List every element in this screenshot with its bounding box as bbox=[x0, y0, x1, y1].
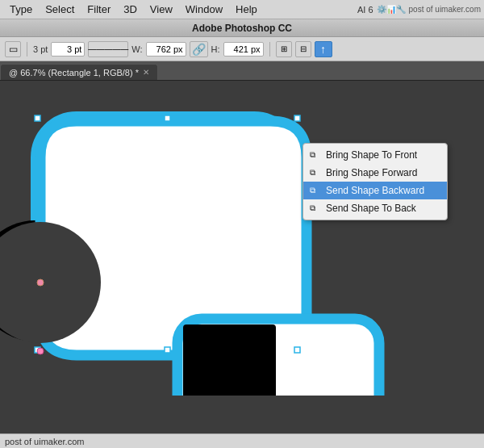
link-btn[interactable]: 🔗 bbox=[190, 41, 208, 57]
svg-rect-10 bbox=[294, 115, 300, 121]
separator-2 bbox=[269, 42, 270, 57]
dropdown-item-send-back[interactable]: ⧉ Send Shape To Back bbox=[303, 199, 447, 217]
width-label: W: bbox=[131, 44, 142, 54]
stroke-label: 3 pt bbox=[33, 44, 48, 54]
align-btn-2[interactable]: ⊟ bbox=[295, 41, 311, 57]
dropdown-item-bring-front[interactable]: ⧉ Bring Shape To Front bbox=[303, 146, 447, 164]
statusbar: post of uimaker.com bbox=[0, 433, 484, 448]
menu-help[interactable]: Help bbox=[229, 2, 264, 17]
bring-forward-icon: ⧉ bbox=[310, 168, 315, 178]
menu-3d[interactable]: 3D bbox=[117, 2, 144, 17]
svg-point-6 bbox=[37, 279, 44, 286]
canvas-svg bbox=[0, 81, 484, 396]
ai-version: AI 6 bbox=[357, 5, 373, 15]
svg-rect-12 bbox=[294, 347, 300, 353]
menubar: Type Select Filter 3D View Window Help A… bbox=[0, 0, 484, 19]
tab-close-icon[interactable]: ✕ bbox=[143, 68, 149, 77]
document-tab[interactable]: @ 66.7% (Rectangle 1, RGB/8) * ✕ bbox=[0, 64, 158, 80]
svg-rect-8 bbox=[183, 324, 276, 396]
dropdown-item-send-backward[interactable]: ⧉ Send Shape Backward bbox=[303, 182, 447, 199]
tool-icon: ▭ bbox=[5, 41, 21, 57]
dropdown-item-bring-forward[interactable]: ⧉ Bring Shape Forward bbox=[303, 164, 447, 182]
menu-select[interactable]: Select bbox=[39, 2, 81, 17]
app-title: Adobe Photoshop CC bbox=[192, 23, 292, 34]
stroke-input[interactable] bbox=[51, 42, 85, 57]
system-icons: ⚙️📊🔧 bbox=[377, 5, 406, 14]
bring-front-icon: ⧉ bbox=[310, 150, 315, 160]
canvas-area: ⧉ Bring Shape To Front ⧉ Bring Shape For… bbox=[0, 81, 484, 396]
menu-view[interactable]: View bbox=[144, 2, 179, 17]
send-backward-icon: ⧉ bbox=[310, 186, 315, 195]
width-input[interactable] bbox=[146, 42, 186, 57]
height-input[interactable] bbox=[223, 42, 264, 57]
menu-window[interactable]: Window bbox=[179, 2, 229, 17]
height-label: H: bbox=[211, 44, 220, 54]
arrange-button[interactable]: ↑ bbox=[315, 41, 332, 57]
watermark-top: post of uimaker.com bbox=[409, 5, 481, 14]
optionsbar: ▭ 3 pt ————— W: 🔗 H: ⊞ ⊟ ↑ bbox=[0, 37, 484, 61]
stroke-style-btn[interactable]: ————— bbox=[88, 41, 128, 57]
svg-point-15 bbox=[37, 348, 44, 354]
status-text: post of uimaker.com bbox=[5, 437, 84, 446]
tabbar: @ 66.7% (Rectangle 1, RGB/8) * ✕ bbox=[0, 61, 484, 81]
svg-rect-13 bbox=[165, 115, 170, 121]
send-back-icon: ⧉ bbox=[310, 203, 315, 213]
menubar-right-info: AI 6 ⚙️📊🔧 post of uimaker.com bbox=[357, 5, 481, 15]
menu-type[interactable]: Type bbox=[3, 2, 39, 17]
titlebar: Adobe Photoshop CC bbox=[0, 19, 484, 37]
align-btn-1[interactable]: ⊞ bbox=[276, 41, 292, 57]
svg-rect-14 bbox=[165, 347, 170, 353]
arrange-dropdown: ⧉ Bring Shape To Front ⧉ Bring Shape For… bbox=[302, 143, 448, 220]
menu-filter[interactable]: Filter bbox=[81, 2, 117, 17]
separator-1 bbox=[27, 42, 27, 57]
tab-label: @ 66.7% (Rectangle 1, RGB/8) * bbox=[9, 68, 139, 77]
svg-rect-9 bbox=[35, 115, 40, 121]
